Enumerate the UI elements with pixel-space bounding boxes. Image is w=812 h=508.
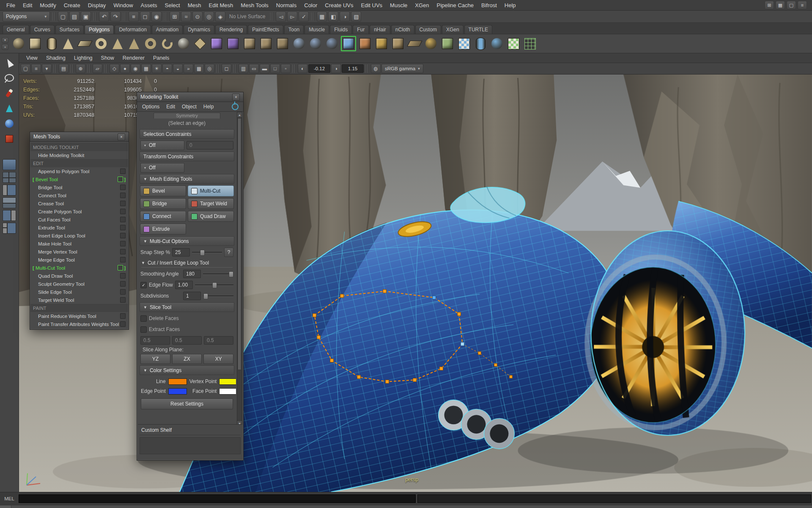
color-management-toggle[interactable]: ◍	[371, 64, 381, 73]
shelf-tab-dynamics[interactable]: Dynamics	[184, 25, 214, 34]
subdivisions-field[interactable]: 1	[183, 292, 201, 300]
menu-bifrost[interactable]: Bifrost	[477, 0, 501, 10]
mesh-tools-item-paint-reduce-weights-tool[interactable]: Paint Reduce Weights Tool	[30, 312, 128, 320]
output-connections-button[interactable]: ▻	[287, 11, 297, 22]
snap-to-projected-center-button[interactable]: ◎	[204, 11, 214, 22]
face-point-swatch[interactable]	[219, 388, 236, 395]
redo-button[interactable]: ↷	[110, 11, 121, 22]
menu-select[interactable]: Select	[161, 0, 184, 10]
shelf-tab-polygons[interactable]: Polygons	[85, 25, 114, 34]
separator-grip[interactable]	[233, 64, 236, 73]
separator-grip[interactable]	[123, 12, 126, 21]
depth-of-field-button[interactable]: ◎	[205, 64, 214, 73]
edge-flow-field[interactable]: 1.00	[175, 281, 193, 289]
workspace-grid-icon[interactable]: ⊞	[765, 1, 774, 9]
symmetry-dropdown[interactable]: Symmetry	[154, 113, 220, 119]
extract-faces-checkbox[interactable]	[140, 326, 147, 333]
line-swatch[interactable]	[168, 378, 187, 385]
color-settings-header[interactable]: ▼ Color Settings	[140, 365, 234, 375]
separator-grip[interactable]	[88, 64, 91, 73]
scroll-up-icon[interactable]: ▲	[237, 112, 242, 118]
tool-options-box[interactable]	[120, 209, 126, 214]
selection-constraint-dropdown[interactable]: ▾ Off	[140, 141, 184, 150]
custom-shelf-area[interactable]	[140, 437, 241, 454]
edge-flow-checkbox[interactable]	[140, 282, 147, 288]
move-tool[interactable]	[2, 102, 16, 115]
shelf-poly-pipe[interactable]	[143, 36, 159, 52]
panel-menu-panels[interactable]: Panels	[149, 55, 173, 61]
shelf-poly-cone[interactable]	[60, 36, 76, 52]
shelf-tab-turtle[interactable]: TURTLE	[464, 25, 492, 34]
tool-options-box[interactable]	[120, 249, 126, 254]
menu-file[interactable]: File	[3, 0, 19, 10]
toolkit-menu-edit[interactable]: Edit	[163, 104, 178, 110]
slider-knob[interactable]	[229, 271, 233, 277]
gamma-toggle[interactable]: ◑	[331, 64, 341, 73]
slice-offset-field-1[interactable]: 0.5	[140, 336, 170, 345]
shelf-tab-fluids[interactable]: Fluids	[330, 25, 352, 34]
shelf-extrude[interactable]	[357, 36, 373, 52]
select-object-mode-button[interactable]: ◻	[140, 11, 150, 22]
shelf-tab-nhair[interactable]: nHair	[370, 25, 390, 34]
shelf-tab-ncloth[interactable]: nCloth	[391, 25, 414, 34]
tool-options-box[interactable]	[120, 168, 126, 174]
modeling-toolkit-scrollbar[interactable]: ▲ ▼	[237, 112, 242, 426]
safe-title-button[interactable]: ▫	[281, 64, 291, 73]
field-chart-button[interactable]: ▥	[239, 64, 248, 73]
separator-grip[interactable]	[93, 12, 96, 21]
smooth-shade-button[interactable]: ●	[120, 64, 130, 73]
bookmarks-button[interactable]: ▾	[42, 64, 52, 73]
screen-space-ao-button[interactable]: ◒	[173, 64, 183, 73]
shelf-automatic-mapping[interactable]	[505, 36, 521, 52]
tool-options-box[interactable]	[120, 273, 126, 279]
scale-tool[interactable]	[2, 132, 16, 146]
ipr-render-button[interactable]: ◑	[340, 11, 350, 22]
shelf-mirror-geometry[interactable]	[439, 36, 455, 52]
tool-options-box[interactable]	[120, 289, 126, 295]
shelf-menu-button[interactable]: ▾	[2, 37, 8, 43]
slider-knob[interactable]	[200, 250, 205, 256]
selection-constraints-header[interactable]: Selection Constraints	[140, 129, 234, 139]
shelf-separate[interactable]	[258, 36, 274, 52]
slice-plane-zx-button[interactable]: ZX	[172, 354, 202, 364]
panel-menu-show[interactable]: Show	[97, 55, 118, 61]
tool-options-box[interactable]	[120, 225, 126, 230]
shelf-poly-pyramid[interactable]	[126, 36, 142, 52]
command-line-mode-toggle[interactable]: MEL	[1, 496, 18, 501]
tool-options-box[interactable]	[120, 201, 126, 206]
select-hierarchy-mode-button[interactable]: ≡	[129, 11, 139, 22]
transform-constraint-dropdown[interactable]: ▾ Off	[140, 163, 184, 173]
view-transform-dropdown[interactable]: sRGB gamma▾	[381, 64, 423, 73]
shelf-spherical-mapping[interactable]	[489, 36, 505, 52]
mesh-tools-item-append-to-polygon-tool[interactable]: Append to Polygon Tool	[30, 167, 128, 175]
connect-button[interactable]: Connect	[140, 211, 186, 222]
mesh-tools-item-extrude-tool[interactable]: Extrude Tool	[30, 224, 128, 232]
separator-grip[interactable]	[217, 64, 219, 73]
textured-display-button[interactable]: ▦	[141, 64, 151, 73]
shelf-tab-toon[interactable]: Toon	[284, 25, 304, 34]
menu-window[interactable]: Window	[110, 0, 137, 10]
shelf-extract[interactable]	[274, 36, 291, 52]
mesh-tools-item-create-polygon-tool[interactable]: Create Polygon Tool	[30, 207, 128, 215]
bevel-button[interactable]: Bevel	[140, 185, 186, 196]
reset-settings-button[interactable]: Reset Settings	[141, 398, 233, 409]
menu-pipeline-cache[interactable]: Pipeline Cache	[433, 0, 477, 10]
slice-plane-xy-button[interactable]: XY	[203, 354, 233, 364]
save-scene-button[interactable]: ▣	[81, 11, 91, 22]
shelf-poly-helix[interactable]	[159, 36, 175, 52]
shelf-tab-rendering[interactable]: Rendering	[215, 25, 247, 34]
exposure-toggle[interactable]: ◐	[298, 64, 307, 73]
close-icon[interactable]: ×	[232, 94, 240, 101]
shelf-boolean-union[interactable]	[291, 36, 307, 52]
menu-mesh[interactable]: Mesh	[184, 0, 205, 10]
shelf-poly-soccer-ball[interactable]	[176, 36, 192, 52]
shelf-options-button[interactable]: ≡	[2, 44, 8, 50]
shelf-smooth[interactable]	[208, 36, 225, 52]
shelf-smooth-proxy[interactable]	[225, 36, 241, 52]
layout-two-pane-stacked[interactable]	[3, 197, 16, 208]
tool-options-box[interactable]	[120, 193, 126, 198]
open-render-view-button[interactable]: ▦	[317, 11, 327, 22]
shelf-tab-xgen[interactable]: XGen	[442, 25, 464, 34]
slice-tool-header[interactable]: ▼ Slice Tool	[140, 302, 234, 312]
mesh-tools-item-bridge-tool[interactable]: Bridge Tool	[30, 183, 128, 191]
